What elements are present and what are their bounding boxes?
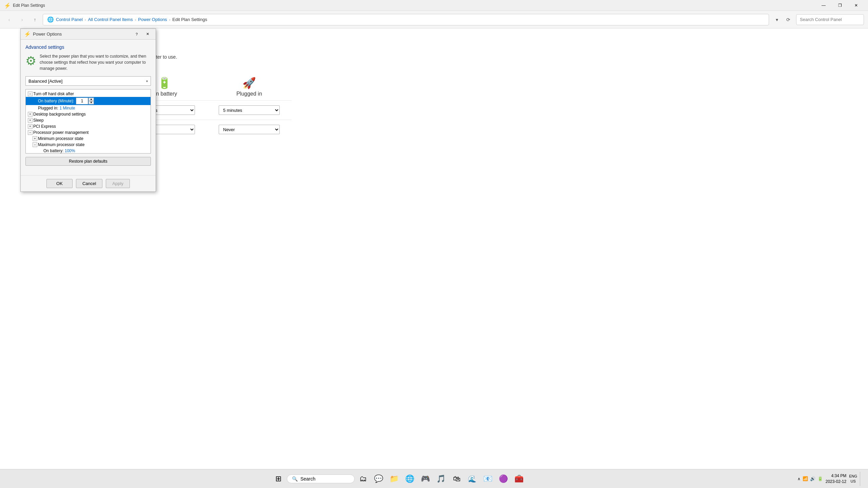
tree-item-on-battery-minute[interactable]: On battery (Minute): ▲ ▼ [26, 97, 151, 105]
dialog-cancel-button[interactable]: Cancel [76, 179, 102, 188]
pluggedin-icon: 🚀 [210, 77, 288, 89]
dialog-close-button[interactable]: ✕ [143, 30, 152, 38]
tree-item-processor-power[interactable]: Processor power management [26, 129, 151, 136]
speaker-icon[interactable]: 🔊 [810, 476, 815, 481]
taskbar-search[interactable]: 🔍 Search [287, 474, 355, 483]
taskbar-mail-icon[interactable]: 📧 [481, 472, 495, 486]
tree-label-sleep: Sleep [33, 118, 44, 123]
tree-label-processor: Processor power management [33, 130, 88, 135]
turn-off-display-plugged-cell: 5 minutes 1 minute 2 minutes 3 minutes 1… [207, 100, 292, 120]
taskbar-music-icon[interactable]: 🎵 [434, 472, 448, 486]
put-to-sleep-plugged-cell: Never 1 minute 5 minutes 10 minutes 15 m… [207, 120, 292, 139]
restore-button[interactable]: ❐ [832, 0, 848, 11]
tree-expander-max-proc[interactable] [33, 142, 37, 147]
search-label: Search [300, 476, 315, 482]
tree-label-max-battery: On battery: 100% [43, 148, 75, 153]
breadcrumb-edit-plan-settings: Edit Plan Settings [172, 17, 207, 22]
tree-label-plugged-in: Plugged in: 1 Minute [38, 106, 75, 110]
taskbar-left: ⊞ 🔍 Search 🗂 💬 📁 🌐 🎮 🎵 🛍 🌊 📧 🟣 🧰 [0, 472, 797, 486]
taskbar-store-icon[interactable]: 🛍 [450, 472, 464, 486]
taskbar: ⊞ 🔍 Search 🗂 💬 📁 🌐 🎮 🎵 🛍 🌊 📧 🟣 🧰 ∧ 📶 🔊 🔋… [0, 469, 868, 488]
taskbar-app2-icon[interactable]: 🧰 [512, 472, 526, 486]
tree-item-pci-express[interactable]: PCI Express [26, 123, 151, 129]
taskbar-clock[interactable]: 4:34 PM 2023-02-12 [826, 473, 846, 485]
tree-expander-leaf2 [33, 106, 37, 110]
tree-label-pci: PCI Express [33, 124, 56, 129]
search-input[interactable] [796, 14, 864, 25]
show-desktop-button[interactable] [860, 472, 863, 486]
taskbar-right: ∧ 📶 🔊 🔋 4:34 PM 2023-02-12 ENGUS [797, 472, 868, 486]
taskbar-files-icon[interactable]: 📁 [387, 472, 401, 486]
turn-off-display-plugged-select[interactable]: 5 minutes 1 minute 2 minutes 3 minutes 1… [219, 105, 280, 115]
taskbar-chat-icon[interactable]: 💬 [372, 472, 386, 486]
taskbar-app1-icon[interactable]: 🟣 [496, 472, 511, 486]
tree-label-min-proc: Minimum processor state [38, 136, 83, 141]
plan-dropdown[interactable]: Balanced [Active] ▾ [25, 76, 151, 86]
dialog-title: Power Options [33, 32, 130, 37]
search-icon: 🔍 [292, 476, 298, 482]
taskbar-chrome-icon[interactable]: 🌊 [465, 472, 479, 486]
tree-item-max-proc[interactable]: Maximum processor state [26, 142, 151, 148]
tree-item-desktop-bg[interactable]: Desktop background settings [26, 111, 151, 117]
battery-taskbar-icon[interactable]: 🔋 [817, 476, 823, 481]
minimize-button[interactable]: — [816, 0, 831, 11]
dialog-apply-button[interactable]: Apply [106, 179, 130, 188]
spinner-input[interactable] [76, 98, 88, 104]
tree-item-min-proc[interactable]: Minimum processor state [26, 136, 151, 142]
locale-label[interactable]: ENGUS [849, 474, 857, 484]
dialog-footer: OK Cancel Apply [21, 175, 156, 191]
titlebar: ⚡ Edit Plan Settings — ❐ ✕ [0, 0, 868, 11]
tree-expander-min-proc[interactable] [33, 136, 37, 141]
put-to-sleep-plugged-select[interactable]: Never 1 minute 5 minutes 10 minutes 15 m… [219, 125, 280, 134]
tree-expander-sleep[interactable] [28, 118, 33, 123]
plugged-in-label: Plugged in [236, 91, 262, 97]
titlebar-buttons: — ❐ ✕ [816, 0, 864, 11]
chevron-up-icon[interactable]: ∧ [797, 476, 801, 481]
dialog-titlebar: ⚡ Power Options ? ✕ [21, 29, 156, 40]
taskbar-xbox-icon[interactable]: 🎮 [418, 472, 433, 486]
taskbar-sys-tray: ∧ 📶 🔊 🔋 [797, 476, 823, 481]
close-button[interactable]: ✕ [848, 0, 864, 11]
clock-time: 4:34 PM [826, 473, 846, 479]
back-button[interactable]: ‹ [4, 15, 14, 25]
spinner-buttons: ▲ ▼ [88, 98, 94, 104]
tree-container[interactable]: Turn off hard disk after On battery (Min… [25, 89, 151, 154]
dropdown-button[interactable]: ▾ [772, 15, 782, 25]
spinner-down-button[interactable]: ▼ [88, 101, 94, 104]
power-gear-icon: ⚙ [25, 52, 36, 70]
restore-plan-defaults-button[interactable]: Restore plan defaults [25, 157, 151, 166]
globe-icon: 🌐 [47, 16, 54, 23]
tree-label-on-battery: On battery (Minute): [38, 99, 75, 103]
dialog-ok-button[interactable]: OK [46, 179, 73, 188]
tree-label-desktop-bg: Desktop background settings [33, 112, 86, 117]
dialog-icon: ⚡ [24, 31, 31, 37]
start-button[interactable]: ⊞ [271, 472, 285, 486]
tree-expander-leaf [33, 99, 37, 103]
refresh-button[interactable]: ⟳ [783, 15, 793, 25]
dialog-body: Advanced settings ⚙ Select the power pla… [21, 40, 156, 175]
tree-label-turn-off-hard-disk: Turn off hard disk after [33, 92, 74, 96]
dropdown-arrow-icon: ▾ [146, 79, 148, 83]
forward-button[interactable]: › [17, 15, 27, 25]
address-right: ▾ ⟳ [772, 15, 793, 25]
breadcrumb-power-options[interactable]: Power Options [138, 17, 167, 22]
dialog-desc-text: Select the power plan that you want to c… [40, 53, 151, 72]
dialog-help-button[interactable]: ? [132, 30, 141, 38]
tree-expander-desktop-bg[interactable] [28, 112, 33, 117]
wifi-icon[interactable]: 📶 [803, 476, 808, 481]
tree-expander-pci[interactable] [28, 124, 33, 129]
tree-item-plugged-in-minute[interactable]: Plugged in: 1 Minute [26, 105, 151, 111]
leaf3 [38, 148, 43, 153]
tree-expander-hard-disk[interactable] [28, 92, 33, 96]
power-options-dialog: ⚡ Power Options ? ✕ Advanced settings ⚙ … [20, 28, 156, 192]
tree-item-max-battery[interactable]: On battery: 100% [26, 148, 151, 154]
tree-expander-processor[interactable] [28, 130, 33, 135]
tree-item-turn-off-hard-disk[interactable]: Turn off hard disk after [26, 91, 151, 97]
spinner-up-button[interactable]: ▲ [88, 98, 94, 101]
taskbar-browser-icon[interactable]: 🌐 [403, 472, 417, 486]
tree-item-sleep[interactable]: Sleep [26, 117, 151, 123]
taskbar-timeline-icon[interactable]: 🗂 [356, 472, 370, 486]
up-button[interactable]: ↑ [30, 15, 40, 25]
breadcrumb-all-control-panel[interactable]: All Control Panel Items [88, 17, 133, 22]
breadcrumb-control-panel[interactable]: Control Panel [56, 17, 83, 22]
